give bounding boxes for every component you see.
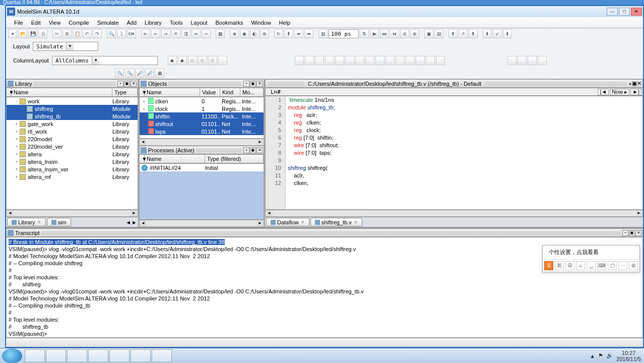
ime-button[interactable]: ␣ — [587, 261, 596, 270]
code-area[interactable]: `timescale 1ns/1nsmodule shiftreg_tb; re… — [286, 96, 642, 209]
toolbar-button[interactable]: ◐ — [250, 29, 259, 38]
nav-next-icon[interactable]: ►| — [630, 89, 641, 95]
nav-prev-icon[interactable]: |◄ — [598, 89, 609, 95]
object-row[interactable]: +clock1Regis...Inte... — [140, 105, 264, 112]
toolbar-button[interactable]: ▦ — [155, 69, 164, 78]
toolbar-button[interactable] — [345, 56, 354, 65]
toolbar-button[interactable]: 📋 — [73, 29, 82, 38]
toolbar-button[interactable]: ⎙ — [38, 29, 47, 38]
col-type[interactable]: Type — [112, 88, 138, 96]
editor-header[interactable]: C:/Users/Administrator/Desktop/led/shift… — [265, 79, 643, 88]
editor-body[interactable]: 123456789101112 `timescale 1ns/1nsmodule… — [265, 96, 643, 210]
object-row[interactable]: +clken0Regis...Inte... — [140, 97, 264, 105]
tabs-right-icon[interactable]: ► — [132, 219, 137, 225]
toolbar-button[interactable]: ◈ — [230, 29, 239, 38]
toolbar-button[interactable]: ⬇ — [483, 29, 492, 38]
start-button[interactable] — [2, 348, 22, 364]
ime-button[interactable]: ⌨ — [597, 261, 606, 270]
library-tree[interactable]: -workLibraryshiftregModuleshiftreg_tbMod… — [6, 97, 138, 210]
library-row[interactable]: +altera_lnsim_verLibrary — [7, 165, 138, 173]
toolbar-button[interactable]: ⊘ — [400, 29, 409, 38]
nav-now[interactable]: Now ▸ — [610, 89, 629, 95]
toolbar-button[interactable]: ◉ — [240, 29, 249, 38]
toolbar-button[interactable]: ➡ — [304, 29, 313, 38]
chevron-down-icon[interactable]: ▼ — [66, 42, 74, 50]
toolbar-button[interactable]: ↻ — [274, 29, 283, 38]
toolbar-button[interactable]: ◆ — [178, 56, 187, 65]
toolbar-button[interactable]: ▦ — [216, 29, 225, 38]
toolbar-button[interactable]: 🔍 — [115, 69, 124, 78]
drag-handle[interactable] — [42, 231, 620, 235]
toolbar-button[interactable]: ↷ — [93, 29, 102, 38]
toolbar-button[interactable]: ⇤ — [141, 29, 150, 38]
objects-table[interactable]: +clken0Regis...Inte...+clock1Regis...Int… — [139, 97, 264, 139]
toolbar-button[interactable] — [335, 56, 344, 65]
object-row[interactable]: +taps01101...NetInte... — [140, 128, 264, 135]
h-scrollbar[interactable] — [139, 139, 264, 146]
toolbar-button[interactable]: 🔎 — [135, 69, 144, 78]
transcript-header[interactable]: Transcript + ▣ ✕ — [6, 228, 643, 237]
close-icon[interactable]: ✕ — [256, 81, 263, 87]
library-row[interactable]: +gate_workLibrary — [7, 120, 138, 128]
toolbar-button[interactable]: ◆ — [168, 56, 177, 65]
library-row[interactable]: +rtl_workLibrary — [7, 128, 138, 135]
toolbar-button[interactable]: 💾 — [28, 29, 37, 38]
toolbar-button[interactable]: ▶ — [370, 29, 379, 38]
toolbar-button[interactable]: 🔍 — [125, 69, 134, 78]
library-row[interactable]: +altera_lnsimLibrary — [7, 158, 138, 165]
drag-handle[interactable] — [269, 82, 304, 86]
menu-window[interactable]: Window — [248, 19, 274, 27]
tray-date[interactable]: 2018/11/5 — [616, 356, 641, 362]
taskbar-button[interactable] — [152, 349, 172, 362]
toolbar-button[interactable] — [396, 56, 405, 65]
toolbar-button[interactable] — [375, 56, 384, 65]
library-row[interactable]: +alteraLibrary — [7, 150, 138, 158]
maximize-button[interactable]: □ — [619, 8, 630, 16]
taskbar[interactable]: ▲ ⚑ 🔊 10:27 2018/11/5 — [0, 348, 644, 363]
toolbar-button[interactable]: 📂 — [18, 29, 27, 38]
tray-time[interactable]: 10:27 — [616, 350, 641, 356]
close-button[interactable]: ✕ — [631, 8, 642, 16]
toolbar-button[interactable]: ⇛ — [191, 29, 201, 38]
taskbar-button[interactable] — [131, 349, 151, 362]
tab-library[interactable]: Library✕ — [7, 218, 46, 226]
dock-icon[interactable]: ▣ — [124, 81, 130, 87]
close-icon[interactable]: ✕ — [256, 147, 263, 153]
col-name[interactable]: Name — [12, 88, 112, 96]
ime-button[interactable]: ⋯ — [618, 261, 627, 270]
drag-handle[interactable] — [197, 148, 241, 152]
toolbar-button[interactable]: ⤞ — [202, 29, 211, 38]
toolbar-button[interactable]: ▥ — [318, 29, 328, 38]
title-bar[interactable]: M ModelSim ALTERA 10.1d — □ ✕ — [6, 6, 643, 17]
menu-simulate[interactable]: Simulate — [94, 19, 122, 27]
menu-add[interactable]: Add — [124, 19, 140, 27]
plus-icon[interactable]: + — [622, 230, 628, 236]
h-scrollbar[interactable] — [6, 210, 138, 217]
library-row[interactable]: +altera_mfLibrary — [7, 173, 138, 180]
menu-help[interactable]: Help — [276, 19, 294, 27]
toolbar-button[interactable] — [507, 56, 517, 65]
toolbar-button[interactable] — [436, 56, 445, 65]
toolbar-button[interactable]: ⧉ — [62, 29, 72, 38]
toolbar-button[interactable] — [355, 56, 364, 65]
toolbar-button[interactable]: ↗ — [459, 29, 468, 38]
process-row[interactable]: #INITIAL#24Initial — [140, 164, 264, 171]
processes-columns[interactable]: ▼ Name Type (filtered) — [139, 154, 264, 163]
tray-icon[interactable]: 🔊 — [606, 352, 613, 359]
toolbar-button[interactable] — [305, 56, 314, 65]
library-column-header[interactable]: ▼ Name Type — [6, 88, 138, 97]
layout-combo[interactable]: Simulate ▼ — [33, 42, 98, 51]
toolbar-button[interactable]: ▣ — [424, 29, 433, 38]
processes-header[interactable]: Processes (Active) + ▣ ✕ — [139, 146, 264, 154]
columnlayout-combo[interactable]: AllColumns ▼ — [52, 56, 158, 65]
taskbar-button[interactable] — [109, 349, 130, 362]
menu-edit[interactable]: Edit — [28, 19, 44, 27]
plus-icon[interactable]: + — [243, 81, 249, 87]
toolbar-button[interactable]: ⇶ — [181, 29, 190, 38]
taskbar-button[interactable] — [67, 349, 87, 362]
run-time-input[interactable] — [329, 29, 359, 38]
toolbar-button[interactable]: ⬅ — [294, 29, 303, 38]
menu-library[interactable]: Library — [142, 19, 165, 27]
menu-layout[interactable]: Layout — [187, 19, 210, 27]
h-scrollbar[interactable] — [139, 220, 264, 227]
